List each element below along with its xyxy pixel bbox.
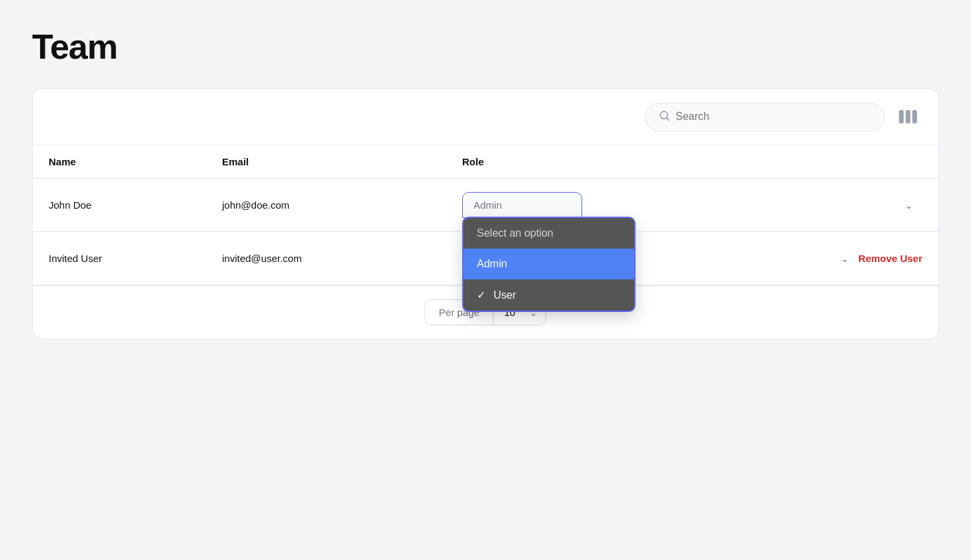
search-box	[645, 103, 885, 131]
col-header-name: Name	[49, 156, 222, 167]
role-select-wrapper: Select an option Admin User ⌄ Select an …	[462, 192, 922, 218]
dropdown-admin-option[interactable]: Admin	[463, 249, 634, 279]
search-icon	[659, 110, 670, 124]
role-select[interactable]: Select an option Admin User	[462, 192, 582, 218]
toolbar	[33, 89, 938, 145]
columns-icon	[899, 110, 917, 123]
role-dropdown-menu: Select an option Admin User	[462, 217, 636, 312]
remove-user-button[interactable]: Remove User	[858, 253, 922, 264]
chevron-down-icon: ⌄	[841, 253, 849, 264]
search-input[interactable]	[676, 111, 871, 123]
dropdown-user-option[interactable]: User	[463, 279, 634, 311]
user-email: invited@user.com	[222, 253, 462, 264]
col-header-role: Role	[462, 156, 922, 167]
chevron-down-icon: ⌄	[905, 200, 913, 211]
user-name: John Doe	[49, 199, 222, 211]
user-name: Invited User	[49, 253, 222, 264]
page-title: Team	[32, 27, 939, 67]
team-card: Name Email Role John Doe john@doe.com Se…	[32, 88, 939, 339]
dropdown-placeholder-option[interactable]: Select an option	[463, 218, 634, 249]
svg-line-1	[667, 117, 669, 119]
col-header-email: Email	[222, 156, 462, 167]
user-email: john@doe.com	[222, 199, 462, 211]
table-header: Name Email Role	[33, 145, 938, 179]
table-row: John Doe john@doe.com Select an option A…	[33, 179, 938, 232]
columns-toggle-button[interactable]	[893, 102, 922, 131]
